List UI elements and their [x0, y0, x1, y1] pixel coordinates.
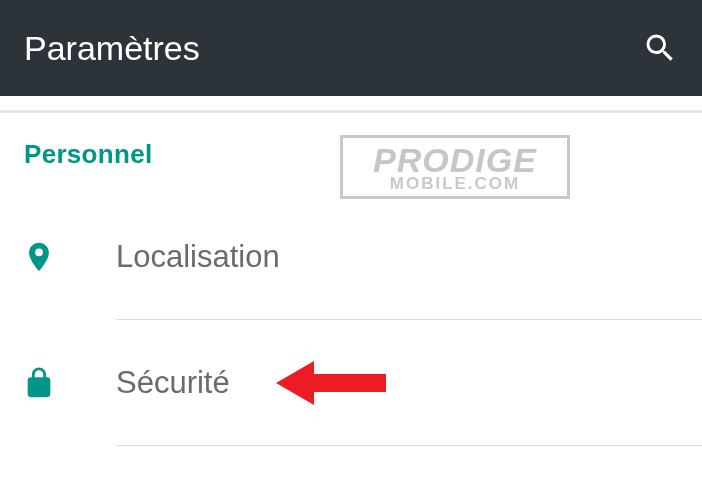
location-pin-icon	[22, 240, 116, 274]
list-item-label: Sécurité	[116, 365, 230, 401]
list-item-securite[interactable]: Sécurité	[0, 320, 702, 446]
section-header: Personnel PRODIGE MOBILE.COM	[0, 113, 702, 194]
svg-marker-0	[276, 361, 386, 405]
section-title: Personnel	[24, 139, 678, 170]
list-item-label: Localisation	[116, 239, 280, 275]
watermark-line2: MOBILE.COM	[390, 175, 521, 192]
list-item-localisation[interactable]: Localisation	[0, 194, 702, 320]
app-bar: Paramètres	[0, 0, 702, 96]
app-bar-title: Paramètres	[24, 29, 200, 68]
list-divider	[116, 445, 702, 446]
annotation-arrow-icon	[276, 357, 386, 409]
search-icon[interactable]	[642, 30, 678, 66]
lock-icon	[22, 366, 116, 400]
settings-list: Localisation Sécurité	[0, 194, 702, 446]
